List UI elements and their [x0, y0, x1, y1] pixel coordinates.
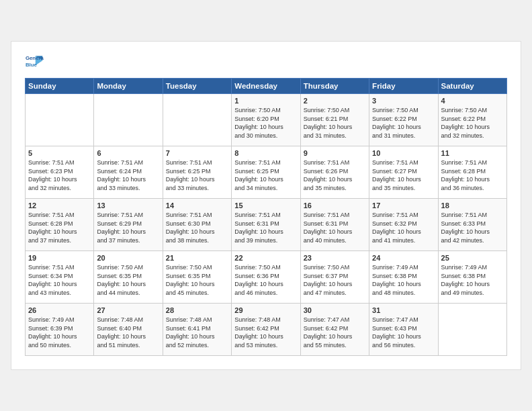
- day-number: 14: [166, 201, 228, 210]
- calendar-cell: 23Sunrise: 7:50 AM Sunset: 6:37 PM Dayli…: [300, 251, 369, 304]
- calendar-cell: 20Sunrise: 7:50 AM Sunset: 6:35 PM Dayli…: [94, 251, 163, 304]
- day-number: 20: [97, 254, 159, 262]
- day-number: 29: [234, 306, 297, 314]
- day-number: 6: [97, 149, 159, 157]
- calendar-cell: 6Sunrise: 7:51 AM Sunset: 6:24 PM Daylig…: [94, 146, 163, 199]
- calendar-cell: 3Sunrise: 7:50 AM Sunset: 6:22 PM Daylig…: [369, 94, 438, 146]
- week-row-1: 1Sunrise: 7:50 AM Sunset: 6:20 PM Daylig…: [26, 94, 507, 146]
- logo: General Blue: [25, 52, 44, 71]
- svg-text:Blue: Blue: [26, 62, 38, 68]
- day-info: Sunrise: 7:50 AM Sunset: 6:35 PM Dayligh…: [97, 263, 159, 297]
- day-info: Sunrise: 7:50 AM Sunset: 6:35 PM Dayligh…: [166, 263, 228, 297]
- day-number: 8: [234, 149, 297, 157]
- calendar-cell: 9Sunrise: 7:51 AM Sunset: 6:26 PM Daylig…: [300, 146, 369, 199]
- calendar-cell: 30Sunrise: 7:47 AM Sunset: 6:42 PM Dayli…: [300, 304, 369, 356]
- day-number: 21: [166, 254, 228, 262]
- day-number: 27: [97, 306, 159, 314]
- calendar-cell: [26, 94, 94, 146]
- day-number: 4: [441, 97, 504, 105]
- calendar-cell: 4Sunrise: 7:50 AM Sunset: 6:22 PM Daylig…: [438, 94, 506, 146]
- day-info: Sunrise: 7:50 AM Sunset: 6:21 PM Dayligh…: [304, 106, 366, 140]
- day-number: 2: [304, 97, 366, 105]
- calendar-cell: 17Sunrise: 7:51 AM Sunset: 6:32 PM Dayli…: [369, 199, 438, 251]
- day-info: Sunrise: 7:51 AM Sunset: 6:27 PM Dayligh…: [372, 158, 435, 192]
- day-info: Sunrise: 7:51 AM Sunset: 6:23 PM Dayligh…: [28, 158, 91, 192]
- calendar-cell: [163, 94, 231, 146]
- day-number: 19: [28, 254, 91, 262]
- day-info: Sunrise: 7:51 AM Sunset: 6:32 PM Dayligh…: [372, 211, 435, 244]
- day-info: Sunrise: 7:48 AM Sunset: 6:40 PM Dayligh…: [97, 316, 159, 349]
- day-number: 3: [372, 97, 435, 105]
- day-header-friday: Friday: [369, 79, 438, 94]
- day-info: Sunrise: 7:49 AM Sunset: 6:38 PM Dayligh…: [372, 263, 435, 297]
- day-number: 17: [372, 201, 435, 210]
- calendar-cell: 13Sunrise: 7:51 AM Sunset: 6:29 PM Dayli…: [94, 199, 163, 251]
- day-number: 5: [28, 149, 91, 157]
- day-info: Sunrise: 7:48 AM Sunset: 6:42 PM Dayligh…: [234, 316, 297, 349]
- day-header-monday: Monday: [94, 79, 163, 94]
- logo-icon: General Blue: [25, 52, 44, 71]
- day-number: 24: [372, 254, 435, 262]
- calendar-cell: 2Sunrise: 7:50 AM Sunset: 6:21 PM Daylig…: [300, 94, 369, 146]
- calendar-cell: 28Sunrise: 7:48 AM Sunset: 6:41 PM Dayli…: [163, 304, 231, 356]
- calendar-cell: [438, 304, 506, 356]
- calendar-cell: 8Sunrise: 7:51 AM Sunset: 6:25 PM Daylig…: [232, 146, 300, 199]
- calendar-cell: 25Sunrise: 7:49 AM Sunset: 6:38 PM Dayli…: [438, 251, 506, 304]
- day-info: Sunrise: 7:51 AM Sunset: 6:25 PM Dayligh…: [166, 158, 228, 192]
- calendar-table: SundayMondayTuesdayWednesdayThursdayFrid…: [25, 78, 507, 356]
- day-header-thursday: Thursday: [300, 79, 369, 94]
- day-info: Sunrise: 7:51 AM Sunset: 6:31 PM Dayligh…: [304, 211, 366, 244]
- day-info: Sunrise: 7:51 AM Sunset: 6:33 PM Dayligh…: [441, 211, 504, 244]
- day-info: Sunrise: 7:51 AM Sunset: 6:26 PM Dayligh…: [304, 158, 366, 192]
- day-info: Sunrise: 7:51 AM Sunset: 6:30 PM Dayligh…: [166, 211, 228, 244]
- calendar-container: General Blue SundayMondayTuesdayWednesda…: [11, 41, 521, 370]
- day-info: Sunrise: 7:50 AM Sunset: 6:37 PM Dayligh…: [304, 263, 366, 297]
- calendar-cell: 1Sunrise: 7:50 AM Sunset: 6:20 PM Daylig…: [232, 94, 300, 146]
- week-row-4: 19Sunrise: 7:51 AM Sunset: 6:34 PM Dayli…: [26, 251, 507, 304]
- calendar-cell: 14Sunrise: 7:51 AM Sunset: 6:30 PM Dayli…: [163, 199, 231, 251]
- day-header-tuesday: Tuesday: [163, 79, 231, 94]
- calendar-cell: 15Sunrise: 7:51 AM Sunset: 6:31 PM Dayli…: [232, 199, 300, 251]
- calendar-cell: 10Sunrise: 7:51 AM Sunset: 6:27 PM Dayli…: [369, 146, 438, 199]
- day-number: 31: [372, 306, 435, 314]
- day-number: 16: [304, 201, 366, 210]
- day-info: Sunrise: 7:51 AM Sunset: 6:34 PM Dayligh…: [28, 263, 91, 297]
- day-info: Sunrise: 7:49 AM Sunset: 6:39 PM Dayligh…: [28, 316, 91, 349]
- calendar-cell: 16Sunrise: 7:51 AM Sunset: 6:31 PM Dayli…: [300, 199, 369, 251]
- day-info: Sunrise: 7:48 AM Sunset: 6:41 PM Dayligh…: [166, 316, 228, 349]
- day-number: 9: [304, 149, 366, 157]
- calendar-cell: 12Sunrise: 7:51 AM Sunset: 6:28 PM Dayli…: [26, 199, 94, 251]
- day-number: 7: [166, 149, 228, 157]
- week-row-2: 5Sunrise: 7:51 AM Sunset: 6:23 PM Daylig…: [26, 146, 507, 199]
- calendar-cell: 5Sunrise: 7:51 AM Sunset: 6:23 PM Daylig…: [26, 146, 94, 199]
- calendar-cell: 31Sunrise: 7:47 AM Sunset: 6:43 PM Dayli…: [369, 304, 438, 356]
- day-number: 18: [441, 201, 504, 210]
- day-header-saturday: Saturday: [438, 79, 506, 94]
- day-header-sunday: Sunday: [26, 79, 94, 94]
- calendar-cell: 26Sunrise: 7:49 AM Sunset: 6:39 PM Dayli…: [26, 304, 94, 356]
- svg-text:General: General: [26, 55, 44, 61]
- header-row: SundayMondayTuesdayWednesdayThursdayFrid…: [26, 79, 507, 94]
- day-info: Sunrise: 7:51 AM Sunset: 6:29 PM Dayligh…: [97, 211, 159, 244]
- calendar-cell: 29Sunrise: 7:48 AM Sunset: 6:42 PM Dayli…: [232, 304, 300, 356]
- week-row-3: 12Sunrise: 7:51 AM Sunset: 6:28 PM Dayli…: [26, 199, 507, 251]
- day-info: Sunrise: 7:51 AM Sunset: 6:25 PM Dayligh…: [234, 158, 297, 192]
- day-info: Sunrise: 7:51 AM Sunset: 6:24 PM Dayligh…: [97, 158, 159, 192]
- day-header-wednesday: Wednesday: [232, 79, 300, 94]
- day-info: Sunrise: 7:47 AM Sunset: 6:42 PM Dayligh…: [304, 316, 366, 349]
- day-number: 22: [234, 254, 297, 262]
- calendar-cell: 22Sunrise: 7:50 AM Sunset: 6:36 PM Dayli…: [232, 251, 300, 304]
- day-number: 13: [97, 201, 159, 210]
- day-info: Sunrise: 7:51 AM Sunset: 6:31 PM Dayligh…: [234, 211, 297, 244]
- calendar-cell: 7Sunrise: 7:51 AM Sunset: 6:25 PM Daylig…: [163, 146, 231, 199]
- day-number: 15: [234, 201, 297, 210]
- calendar-header: General Blue: [25, 52, 507, 71]
- day-info: Sunrise: 7:51 AM Sunset: 6:28 PM Dayligh…: [441, 158, 504, 192]
- day-number: 23: [304, 254, 366, 262]
- calendar-cell: 19Sunrise: 7:51 AM Sunset: 6:34 PM Dayli…: [26, 251, 94, 304]
- calendar-cell: 24Sunrise: 7:49 AM Sunset: 6:38 PM Dayli…: [369, 251, 438, 304]
- day-info: Sunrise: 7:47 AM Sunset: 6:43 PM Dayligh…: [372, 316, 435, 349]
- day-info: Sunrise: 7:50 AM Sunset: 6:22 PM Dayligh…: [372, 106, 435, 140]
- calendar-cell: 11Sunrise: 7:51 AM Sunset: 6:28 PM Dayli…: [438, 146, 506, 199]
- day-number: 11: [441, 149, 504, 157]
